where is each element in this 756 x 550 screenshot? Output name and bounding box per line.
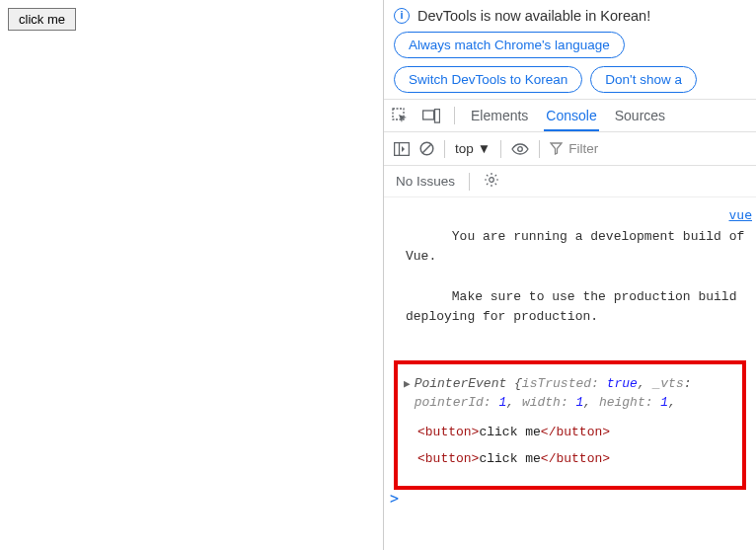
dont-show-button[interactable]: Don't show a	[590, 66, 697, 93]
tab-elements[interactable]: Elements	[469, 101, 530, 130]
svg-point-8	[490, 178, 494, 183]
funnel-icon	[550, 142, 563, 155]
tab-console[interactable]: Console	[544, 101, 598, 131]
divider	[500, 140, 501, 158]
vue-warning-log: You are running a development build of V…	[406, 207, 752, 347]
language-banner: i DevTools is now available in Korean! A…	[384, 0, 756, 99]
console-toolbar: top ▼ Filter	[384, 132, 756, 166]
svg-point-7	[518, 146, 523, 151]
button-element-log: <button>click me</button>	[417, 451, 736, 466]
settings-icon[interactable]	[484, 172, 499, 191]
highlighted-region: ▶ PointerEvent {isTrusted: true, _vts: p…	[394, 360, 746, 490]
language-banner-title: DevTools is now available in Korean!	[417, 8, 650, 24]
divider	[539, 140, 540, 158]
svg-rect-2	[435, 109, 440, 122]
filter-placeholder: Filter	[568, 141, 598, 156]
context-selector[interactable]: top ▼	[455, 141, 491, 156]
chevron-down-icon: ▼	[478, 141, 491, 156]
always-match-chrome-button[interactable]: Always match Chrome's language	[394, 32, 625, 58]
issues-label: No Issues	[396, 174, 455, 189]
info-icon: i	[394, 8, 410, 24]
vue-source-link[interactable]: vue	[729, 207, 752, 222]
context-label: top	[455, 141, 474, 156]
live-expression-icon[interactable]	[511, 143, 529, 155]
svg-rect-1	[423, 111, 434, 119]
devtools-tabs: Elements Console Sources	[384, 99, 756, 132]
sidebar-toggle-icon[interactable]	[394, 142, 410, 156]
switch-to-korean-button[interactable]: Switch DevTools to Korean	[394, 66, 582, 93]
divider	[469, 173, 470, 191]
devtools-panel: i DevTools is now available in Korean! A…	[383, 0, 756, 550]
device-toolbar-icon[interactable]	[422, 109, 440, 123]
svg-line-6	[422, 144, 430, 152]
console-output: vue You are running a development build …	[384, 197, 756, 550]
clear-console-icon[interactable]	[419, 141, 434, 156]
issues-bar: No Issues	[384, 166, 756, 197]
tab-sources[interactable]: Sources	[613, 101, 667, 130]
divider	[444, 140, 445, 158]
filter-input[interactable]: Filter	[550, 141, 598, 156]
divider	[454, 107, 455, 124]
button-element-log: <button>click me</button>	[417, 425, 736, 439]
expand-caret-icon[interactable]: ▶	[404, 377, 411, 390]
console-prompt[interactable]: >	[390, 490, 752, 508]
pointer-event-log: ▶ PointerEvent {isTrusted: true, _vts: p…	[404, 374, 736, 413]
demo-button[interactable]: click me	[8, 8, 76, 31]
inspect-icon[interactable]	[392, 108, 409, 124]
